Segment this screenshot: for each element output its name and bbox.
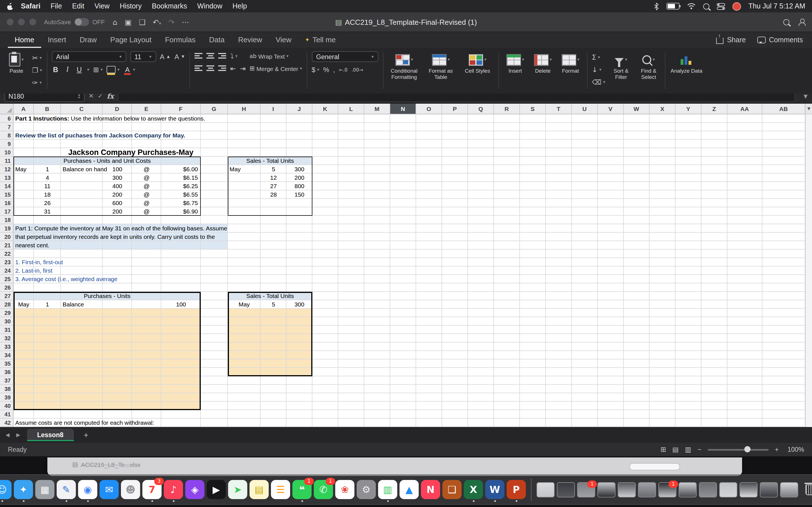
spotlight-search-icon[interactable] [703, 3, 709, 9]
cell-B16[interactable]: 26 [34, 199, 61, 207]
zoom-slider-thumb[interactable] [744, 446, 751, 452]
cell-F13[interactable]: $6.15 [161, 173, 201, 182]
dock-minimized-window[interactable]: 1 [658, 482, 676, 497]
orientation-button[interactable]: ⤵▾ [231, 51, 238, 61]
column-header-W[interactable]: W [624, 103, 650, 114]
cell-H11[interactable]: Sales - Total Units [228, 157, 312, 165]
cell-A28[interactable]: May [13, 300, 34, 309]
column-header-J[interactable]: J [287, 103, 312, 114]
dock-notes-icon[interactable]: ▤ [250, 480, 269, 499]
cell-A19[interactable]: Part 1: Compute the inventory at May 31 … [13, 224, 228, 233]
row-header-23[interactable]: 23 [0, 258, 13, 267]
column-header-U[interactable]: U [572, 103, 598, 114]
column-header-AB[interactable]: AB [762, 103, 805, 114]
cell-F28[interactable]: 100 [161, 300, 201, 309]
bold-button[interactable]: B [52, 66, 59, 73]
row-header-21[interactable]: 21 [0, 241, 13, 249]
next-sheet-icon[interactable]: ▶ [16, 432, 20, 438]
column-header-X[interactable]: X [650, 103, 675, 114]
row-header-24[interactable]: 24 [0, 267, 13, 275]
column-header-S[interactable]: S [520, 103, 546, 114]
print-icon[interactable]: ❑ [139, 18, 146, 26]
menu-edit[interactable]: Edit [67, 2, 89, 10]
cell-styles-button[interactable]: ▾ Cell Styles [461, 51, 494, 74]
percent-button[interactable]: % [323, 65, 329, 74]
borders-button[interactable]: ⊞▾ [93, 65, 103, 74]
align-middle-icon[interactable] [207, 53, 214, 59]
row-header-34[interactable]: 34 [0, 351, 13, 359]
cell-E16[interactable]: @ [132, 199, 161, 207]
row-header-32[interactable]: 32 [0, 334, 13, 342]
dock-minimized-window[interactable] [719, 482, 737, 497]
row-header-39[interactable]: 39 [0, 393, 13, 402]
more-commands-icon[interactable]: ⋯ [182, 18, 189, 26]
autosum-button[interactable]: Σ▾ [592, 52, 605, 62]
dock-finder-icon[interactable]: ☺ [0, 480, 11, 499]
dock-podcasts-icon[interactable]: ◈ [185, 480, 204, 499]
row-header-17[interactable]: 17 [0, 207, 13, 216]
tab-draw[interactable]: Draw [73, 32, 103, 48]
dock-minimized-window[interactable] [760, 482, 778, 497]
dock-maps-icon[interactable]: ➤ [228, 480, 247, 499]
column-header-E[interactable]: E [132, 103, 161, 114]
copy-button[interactable]: ❐▾ [32, 65, 42, 75]
wrap-text-button[interactable]: abWrap Text▾ [250, 51, 302, 61]
cell-A23[interactable]: 1. First-in, first-out [13, 258, 338, 267]
dock-minimized-window[interactable] [699, 482, 717, 497]
apple-icon[interactable] [7, 2, 13, 10]
align-bottom-icon[interactable] [218, 53, 226, 59]
insert-cells-button[interactable]: ▾ Insert [503, 51, 527, 74]
dock-keynote-icon[interactable]: ▲ [400, 480, 419, 499]
row-header-13[interactable]: 13 [0, 173, 13, 182]
find-select-button[interactable]: ▾ Find & Select [637, 51, 661, 80]
dock-trash-icon[interactable] [801, 480, 812, 499]
format-painter-button[interactable]: ✑▾ [32, 78, 42, 87]
dock-contacts-icon[interactable]: ☻ [121, 480, 140, 499]
dock-minimized-window[interactable] [638, 482, 656, 497]
tab-insert[interactable]: Insert [41, 32, 73, 48]
cell-F14[interactable]: $6.25 [161, 182, 201, 190]
cell-J28[interactable]: 300 [287, 300, 312, 309]
row-header-16[interactable]: 16 [0, 199, 13, 207]
menu-window[interactable]: Window [192, 2, 227, 10]
cell-B14[interactable]: 11 [34, 182, 61, 190]
cell-A42[interactable]: Assume costs are not computed for each w… [13, 418, 338, 427]
dock-safari-icon[interactable]: ✦ [14, 480, 33, 499]
undo-icon[interactable]: ↶▾ [153, 18, 161, 26]
cell-H27[interactable]: Sales - Total Units [228, 292, 312, 300]
cell-J13[interactable]: 200 [287, 173, 312, 182]
dock-powerpoint-icon[interactable]: P [507, 480, 526, 499]
font-color-button[interactable]: A▾ [123, 65, 135, 74]
cell-B15[interactable]: 18 [34, 190, 61, 199]
dock-minimized-window[interactable] [679, 482, 697, 497]
background-scrollbar[interactable] [629, 463, 680, 470]
zoom-in-icon[interactable]: + [775, 446, 779, 453]
number-format-select[interactable]: General▾ [312, 51, 378, 62]
cell-grid[interactable]: Part 1 Instructions: Use the information… [13, 114, 805, 427]
dock-settings-icon[interactable]: ⚙ [357, 480, 376, 499]
cell-F16[interactable]: $6.75 [161, 199, 201, 207]
dock-minimized-window[interactable]: 1 [577, 482, 595, 497]
cell-I15[interactable]: 28 [260, 190, 287, 199]
format-as-table-button[interactable]: ▾ Format as Table [424, 51, 457, 80]
dock-mail-icon[interactable]: ✉ [100, 480, 119, 499]
zoom-out-icon[interactable]: − [698, 446, 702, 453]
row-header-19[interactable]: 19 [0, 224, 13, 233]
cell-E14[interactable]: @ [132, 182, 161, 190]
dock-minimized-window[interactable] [740, 482, 758, 497]
cell-C28[interactable]: Balance [61, 300, 86, 309]
page-layout-view-icon[interactable]: ▤ [672, 446, 679, 453]
cell-I13[interactable]: 12 [260, 173, 287, 182]
column-header-N[interactable]: N [390, 103, 416, 114]
cell-B17[interactable]: 31 [34, 207, 61, 216]
cell-A21[interactable]: nearest cent. [13, 241, 228, 249]
row-header-33[interactable]: 33 [0, 342, 13, 351]
row-header-15[interactable]: 15 [0, 190, 13, 199]
dock-music-icon[interactable]: ♪ [164, 480, 183, 499]
cell-A25[interactable]: 3. Average cost (i.e., weighted average [13, 275, 338, 283]
cell-I12[interactable]: 5 [260, 165, 287, 173]
row-header-38[interactable]: 38 [0, 385, 13, 393]
column-header-Q[interactable]: Q [468, 103, 494, 114]
cell-D16[interactable]: 600 [103, 199, 132, 207]
cell-D14[interactable]: 400 [103, 182, 132, 190]
